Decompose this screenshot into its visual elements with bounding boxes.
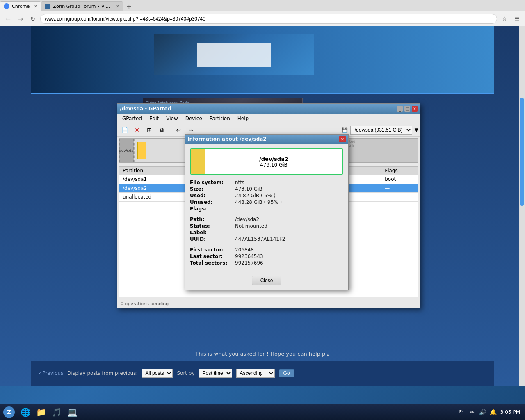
- info-value-path: /dev/sda2: [235, 217, 259, 222]
- info-row-label: Label:: [190, 230, 343, 235]
- info-row-first-sector: First sector: 206848: [190, 247, 343, 253]
- tab-chrome-close[interactable]: ✕: [34, 4, 37, 9]
- info-label-used: Used:: [190, 193, 235, 199]
- toolbar-delete-button[interactable]: ✕: [131, 124, 143, 136]
- posts-filter-select[interactable]: All posts 1 day: [142, 369, 173, 378]
- page-scrollbar[interactable]: [519, 26, 525, 386]
- taskbar-app-vm[interactable]: 💻: [65, 405, 80, 420]
- tab-chrome-label: Chrome: [12, 4, 30, 9]
- toolbar-undo-button[interactable]: ↩: [173, 124, 184, 136]
- info-value-status: Not mounted: [235, 223, 267, 229]
- gparted-maximize-button[interactable]: □: [404, 106, 410, 112]
- info-row-last-sector: Last sector: 992364543: [190, 253, 343, 259]
- dialog-partition-info: /dev/sda2 473.10 GiB: [205, 156, 342, 168]
- menu-partition[interactable]: Partition: [206, 115, 233, 122]
- info-row-status: Status: Not mounted: [190, 223, 343, 229]
- info-label-flags: Flags:: [190, 206, 235, 212]
- gparted-close-button[interactable]: ✕: [412, 106, 418, 112]
- cell-partition-name: /dev/sda2: [119, 184, 186, 193]
- tab-bar: Chrome ✕ Zorin Group Forum • View ✕ +: [0, 0, 525, 11]
- info-label-last-sector: Last sector:: [190, 253, 235, 259]
- taskbar-app-files[interactable]: 📁: [34, 405, 48, 420]
- dialog-close-button[interactable]: Close: [252, 276, 282, 285]
- taskbar-pencil-icon[interactable]: ✏️: [468, 409, 476, 416]
- cell-flags: —: [381, 184, 418, 193]
- device-icon: 💾: [342, 127, 348, 133]
- info-value-last-sector: 992364543: [235, 253, 263, 259]
- forum-top-image: [31, 26, 494, 94]
- toolbar-new-button[interactable]: 📄: [119, 124, 130, 136]
- cell-flags: [381, 193, 418, 202]
- menu-device[interactable]: Device: [182, 115, 205, 122]
- sort-order-select[interactable]: Ascending Descending: [236, 369, 275, 378]
- taskbar-logo[interactable]: Z: [2, 405, 16, 420]
- taskbar-network-icon[interactable]: 🔊: [479, 409, 486, 416]
- toolbar-copy-button[interactable]: ⧉: [156, 124, 167, 136]
- gparted-title: /dev/sda - GParted: [120, 106, 171, 112]
- previous-link[interactable]: ‹ Previous: [39, 370, 63, 376]
- cell-partition-name: unallocated: [119, 193, 186, 202]
- toolbar-resize-button[interactable]: ⊞: [144, 124, 155, 136]
- gparted-minimize-button[interactable]: _: [397, 106, 403, 112]
- info-spacer-2: [190, 243, 343, 247]
- menu-help[interactable]: Help: [234, 115, 252, 122]
- cell-partition-name: /dev/sda1: [119, 175, 186, 184]
- taskbar-clock: 3:05 PM: [500, 409, 520, 415]
- cell-flags: boot: [381, 175, 418, 184]
- taskbar-volume-icon[interactable]: 🔔: [490, 409, 497, 416]
- menu-edit[interactable]: Edit: [146, 115, 162, 122]
- browser-content: This is what you asked for ! Hope you ca…: [0, 26, 525, 386]
- menu-gparted[interactable]: GParted: [119, 115, 145, 122]
- info-row-used: Used: 24.82 GiB ( 5% ): [190, 193, 343, 199]
- forum-pagination-bar: ‹ Previous Display posts from previous: …: [31, 361, 494, 386]
- info-row-filesystem: File system: ntfs: [190, 180, 343, 185]
- forum-message: This is what you asked for ! Hope you ca…: [31, 351, 494, 357]
- info-label-uuid: UUID:: [190, 236, 235, 242]
- scrollbar-thumb: [520, 98, 524, 206]
- language-indicator[interactable]: Fr: [458, 409, 465, 415]
- tab-zorin-label: Zorin Group Forum • View: [53, 4, 112, 9]
- taskbar-app-chrome[interactable]: 🌐: [18, 405, 33, 420]
- tab-chrome[interactable]: Chrome ✕: [0, 1, 41, 11]
- tab-zorin-close[interactable]: ✕: [116, 4, 119, 9]
- info-spacer-1: [190, 212, 343, 217]
- info-row-uuid: UUID: 447AE1537AE141F2: [190, 236, 343, 242]
- info-label-first-sector: First sector:: [190, 247, 235, 253]
- info-value-filesystem: ntfs: [235, 180, 244, 185]
- gparted-menubar: GParted Edit View Device Partition Help: [117, 114, 420, 123]
- info-value-uuid: 447AE1537AE141F2: [235, 236, 285, 242]
- device-dropdown[interactable]: /dev/sda (931.51 GiB): [350, 126, 412, 135]
- reload-button[interactable]: ↻: [28, 14, 38, 24]
- dialog-close-x-button[interactable]: ✕: [339, 136, 346, 142]
- go-button[interactable]: Go: [279, 369, 294, 377]
- dialog-title: Information about /dev/sda2: [187, 136, 267, 142]
- col-partition: Partition: [119, 167, 186, 175]
- info-label-label: Label:: [190, 230, 235, 235]
- taskbar-app-music[interactable]: 🎵: [49, 405, 64, 420]
- dialog-content: /dev/sda2 473.10 GiB File system: ntfs S…: [185, 144, 348, 272]
- tab-chrome-favicon: [4, 3, 9, 9]
- back-button[interactable]: ←: [3, 14, 13, 24]
- info-row-total-sectors: Total sectors: 992157696: [190, 260, 343, 266]
- col-flags: Flags: [381, 167, 418, 175]
- forward-button[interactable]: →: [16, 14, 25, 24]
- address-input[interactable]: [40, 14, 497, 24]
- gparted-titlebar: /dev/sda - GParted _ □ ✕: [117, 104, 420, 114]
- browser-menu-button[interactable]: ≡: [512, 14, 522, 24]
- info-label-size: Size:: [190, 186, 235, 192]
- new-tab-button[interactable]: +: [123, 1, 135, 11]
- sort-by-label: Sort by: [177, 370, 194, 376]
- tab-zorin[interactable]: Zorin Group Forum • View ✕: [41, 1, 123, 11]
- menu-view[interactable]: View: [163, 115, 181, 122]
- sort-by-select[interactable]: Post time Subject: [199, 369, 232, 378]
- dialog-partition-visual: /dev/sda2 473.10 GiB: [190, 148, 343, 175]
- info-value-first-sector: 206848: [235, 247, 254, 253]
- info-value-used: 24.82 GiB ( 5% ): [235, 193, 276, 199]
- address-bar: ← → ↻ ☆ ≡: [0, 11, 525, 26]
- display-posts-label: Display posts from previous:: [67, 370, 137, 376]
- bookmark-button[interactable]: ☆: [500, 14, 509, 24]
- info-label-unused: Unused:: [190, 199, 235, 205]
- info-row-path: Path: /dev/sda2: [190, 217, 343, 222]
- dialog-button-area: Close: [185, 272, 348, 290]
- partition-seg-sda1: /dev/sda1: [119, 139, 134, 162]
